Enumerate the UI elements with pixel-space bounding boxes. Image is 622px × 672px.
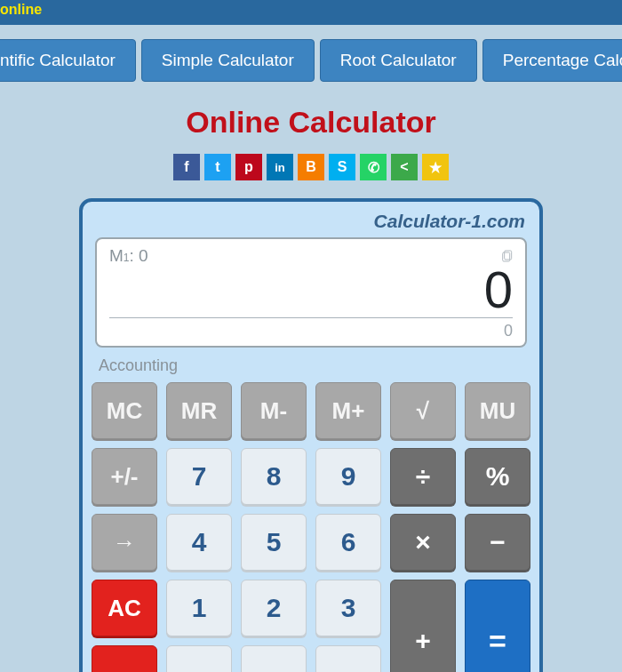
- key-sqrt[interactable]: √: [390, 382, 456, 439]
- display-sub: 0: [109, 322, 513, 340]
- brand-text: online: [0, 2, 42, 17]
- display-main: 0: [109, 264, 513, 318]
- key-equals[interactable]: =: [465, 580, 530, 672]
- key-00[interactable]: [241, 645, 307, 672]
- key-divide[interactable]: ÷: [390, 448, 456, 505]
- top-bar: online: [0, 0, 622, 25]
- key-0[interactable]: [166, 645, 232, 672]
- key-sign[interactable]: +/-: [92, 448, 157, 505]
- calculator: Calculator-1.com M1: 0 0 0 Accounting MC…: [79, 198, 543, 672]
- key-3[interactable]: 3: [315, 580, 381, 636]
- key-mu[interactable]: MU: [465, 382, 530, 439]
- key-1[interactable]: 1: [166, 580, 232, 636]
- key-multiply[interactable]: ×: [390, 514, 456, 571]
- key-m-minus[interactable]: M-: [241, 382, 307, 439]
- share-pinterest-icon[interactable]: p: [235, 154, 262, 180]
- key-4[interactable]: 4: [166, 514, 232, 571]
- memory-indicator: M1: 0: [109, 246, 513, 266]
- key-2[interactable]: 2: [241, 580, 307, 636]
- copy-icon[interactable]: [500, 248, 514, 264]
- key-mr[interactable]: MR: [166, 382, 232, 439]
- key-5[interactable]: 5: [241, 514, 307, 571]
- nav-tabs: Scientific Calculator Simple Calculator …: [0, 36, 622, 85]
- share-skype-icon[interactable]: S: [329, 154, 355, 180]
- share-facebook-icon[interactable]: f: [173, 154, 200, 180]
- share-twitter-icon[interactable]: t: [204, 154, 231, 180]
- key-dot[interactable]: [315, 645, 381, 672]
- key-9[interactable]: 9: [315, 448, 381, 505]
- key-6[interactable]: 6: [315, 514, 381, 571]
- key-ac[interactable]: AC: [92, 580, 157, 636]
- key-minus[interactable]: −: [465, 514, 530, 571]
- key-c[interactable]: [92, 645, 157, 672]
- nav-percentage[interactable]: Percentage Calculator: [482, 39, 622, 82]
- nav-simple[interactable]: Simple Calculator: [141, 39, 315, 82]
- social-share-row: f t p in B S ✆ < ★: [0, 154, 622, 180]
- brand: online: [0, 0, 51, 23]
- share-generic-icon[interactable]: <: [391, 154, 418, 180]
- keypad: MC MR M- M+ √ MU +/- 7 8 9 ÷ % → 4 5 6 ×…: [95, 382, 527, 672]
- calculator-display: M1: 0 0 0: [95, 237, 527, 348]
- key-m-plus[interactable]: M+: [315, 382, 381, 439]
- key-plus[interactable]: +: [390, 580, 456, 672]
- key-arrow[interactable]: →: [92, 514, 157, 571]
- nav-root[interactable]: Root Calculator: [320, 39, 477, 82]
- share-blogger-icon[interactable]: B: [298, 154, 324, 180]
- key-7[interactable]: 7: [166, 448, 232, 505]
- key-mc[interactable]: MC: [92, 382, 157, 439]
- nav-scientific[interactable]: Scientific Calculator: [0, 39, 136, 82]
- key-8[interactable]: 8: [241, 448, 307, 505]
- mode-label: Accounting: [99, 356, 525, 375]
- key-percent[interactable]: %: [465, 448, 530, 505]
- share-whatsapp-icon[interactable]: ✆: [360, 154, 387, 180]
- share-favorite-icon[interactable]: ★: [422, 154, 449, 180]
- calculator-brand: Calculator-1.com: [95, 209, 527, 237]
- page-title: Online Calculator: [0, 105, 622, 140]
- share-linkedin-icon[interactable]: in: [267, 154, 293, 180]
